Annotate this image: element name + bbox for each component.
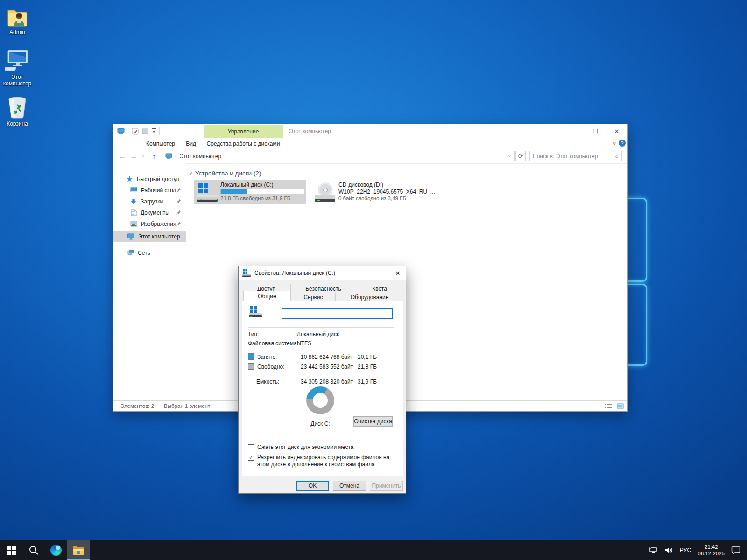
window-title: Этот компьютер: [289, 124, 331, 138]
document-icon: [131, 209, 137, 216]
used-bytes: 10 862 624 768 байт: [301, 354, 353, 360]
network-tray-icon[interactable]: [645, 540, 661, 560]
large-icons-view-icon[interactable]: [617, 403, 624, 409]
desktop-icon-this-pc[interactable]: Этот компьютер: [0, 49, 35, 87]
sidebar-item-documents[interactable]: Документы: [113, 207, 186, 218]
taskbar-explorer-button[interactable]: [67, 540, 90, 560]
volume-tray-icon[interactable]: [661, 540, 676, 560]
language-indicator[interactable]: РУС: [676, 540, 694, 560]
apply-button[interactable]: Применить: [370, 481, 403, 491]
close-button[interactable]: ✕: [606, 124, 627, 138]
cancel-button[interactable]: Отмена: [333, 481, 366, 491]
drive-usage-bar: [220, 189, 304, 194]
drive-name: CD-дисковод (D:): [338, 182, 383, 188]
capacity-bytes: 34 305 208 320 байт: [301, 378, 353, 385]
compress-checkbox-label[interactable]: Сжать этот диск для экономии места: [257, 444, 393, 451]
star-icon: [126, 175, 133, 182]
dialog-title: Свойства: Локальный диск (C:): [254, 270, 335, 276]
address-pc-icon: [165, 153, 172, 159]
tab-computer[interactable]: Компьютер: [145, 138, 176, 149]
taskbar-edge-button[interactable]: [45, 540, 67, 560]
clock[interactable]: 21:42 06.12.2025: [694, 540, 728, 560]
recent-locations-icon[interactable]: ˅: [140, 149, 146, 163]
desktop-icon-recycle-bin[interactable]: Корзина: [0, 95, 35, 127]
sidebar-item-quick-access[interactable]: Быстрый доступ: [113, 174, 186, 184]
sidebar-item-network[interactable]: Сеть: [113, 247, 186, 258]
local-disk-icon: [197, 183, 218, 202]
filesystem-label: Файловая система:: [248, 340, 298, 347]
capacity-size: 31,9 ГБ: [358, 378, 393, 385]
chevron-down-icon[interactable]: ˅: [190, 171, 192, 176]
desktop-icon-admin[interactable]: Admin: [0, 4, 35, 35]
file-explorer-icon: [72, 545, 85, 555]
sidebar-item-pictures[interactable]: Изображения: [113, 218, 186, 229]
address-field[interactable]: › Этот компьютер ˅: [162, 151, 515, 161]
group-header[interactable]: ˅ Устройства и диски (2): [190, 170, 261, 177]
tab-view[interactable]: Вид: [182, 138, 200, 149]
refresh-icon[interactable]: ⟳: [515, 151, 526, 161]
qat-customize-icon[interactable]: ▾: [152, 128, 156, 134]
up-icon[interactable]: ↑: [149, 149, 159, 163]
tab-hardware[interactable]: Оборудование: [336, 293, 403, 302]
contextual-tab-manage[interactable]: Управление: [204, 125, 283, 138]
maximize-button[interactable]: ☐: [585, 124, 606, 138]
address-dropdown-icon[interactable]: ˅: [505, 154, 514, 159]
ok-button[interactable]: OK: [296, 481, 329, 491]
back-icon[interactable]: ←: [117, 149, 127, 163]
index-checkbox[interactable]: ✓: [248, 455, 254, 461]
tab-file[interactable]: Файл: [113, 138, 140, 149]
minimize-button[interactable]: —: [563, 124, 585, 138]
ribbon-collapse-icon[interactable]: ˅: [610, 138, 619, 149]
explorer-titlebar[interactable]: ▾ Управление Этот компьютер — ☐ ✕: [113, 124, 627, 138]
type-value: Локальный диск: [297, 331, 339, 337]
details-view-icon[interactable]: [605, 403, 612, 409]
index-checkbox-label[interactable]: Разрешить индексировать содержимое файло…: [257, 454, 392, 468]
compress-checkbox[interactable]: ✓: [248, 444, 254, 450]
sidebar-item-desktop[interactable]: Рабочий стол: [113, 185, 186, 196]
dialog-titlebar[interactable]: Свойства: Локальный диск (C:) ✕: [239, 266, 406, 280]
desktop-icon-label: Admin: [0, 29, 35, 35]
filesystem-value: NTFS: [297, 340, 311, 347]
free-bytes: 23 442 583 552 байт: [301, 364, 353, 370]
tray-time: 21:42: [698, 544, 725, 550]
recycle-bin-icon: [0, 95, 35, 119]
action-center-icon[interactable]: [728, 540, 747, 560]
desktop-icon: [130, 187, 137, 193]
sidebar-item-downloads[interactable]: Загрузки: [113, 196, 186, 207]
qat-properties-icon[interactable]: [132, 128, 139, 135]
help-icon[interactable]: ?: [619, 140, 626, 147]
tab-tools[interactable]: Сервис: [291, 293, 336, 302]
forward-icon[interactable]: →: [128, 149, 139, 163]
disk-cleanup-button[interactable]: Очистка диска: [353, 416, 393, 427]
dialog-drive-icon: [242, 269, 251, 277]
free-color-swatch: [248, 363, 254, 370]
free-size: 21,8 ГБ: [358, 364, 393, 370]
taskbar-search-button[interactable]: [22, 540, 45, 560]
drive-tile-c[interactable]: Локальный диск (C:) 21,8 ГБ свободно из …: [194, 180, 306, 204]
search-icon[interactable]: ⌕: [612, 153, 621, 160]
pin-icon: [176, 210, 181, 215]
search-box[interactable]: ⌕: [529, 151, 622, 161]
tab-security[interactable]: Безопасность: [290, 284, 356, 293]
search-icon: [28, 545, 39, 555]
pin-icon: [176, 199, 181, 204]
this-pc-icon: [127, 233, 134, 240]
quick-access-toolbar: ▾: [117, 124, 160, 138]
network-icon: [127, 250, 134, 256]
start-button[interactable]: [0, 540, 22, 560]
pin-icon: [176, 221, 181, 226]
volume-label-input[interactable]: [282, 308, 393, 319]
drive-tile-d[interactable]: CD-дисковод (D:) W10P_22H2_19045.6575_X6…: [312, 180, 427, 204]
user-folder-icon: [0, 4, 35, 27]
sidebar-item-this-pc[interactable]: Этот компьютер: [113, 231, 186, 242]
ribbon-tabs: Файл Компьютер Вид Средства работы с дис…: [113, 138, 627, 149]
drive-name: Локальный диск (C:): [220, 182, 274, 188]
search-input[interactable]: [530, 153, 612, 160]
qat-new-folder-icon[interactable]: [142, 128, 148, 134]
tab-general[interactable]: Общие: [243, 291, 291, 301]
tab-quota[interactable]: Квота: [356, 284, 403, 293]
this-pc-icon: [0, 49, 35, 72]
windows-logo-icon: [7, 546, 16, 555]
dialog-close-icon[interactable]: ✕: [390, 266, 406, 280]
tab-disk-tools[interactable]: Средства работы с дисками: [205, 138, 282, 149]
